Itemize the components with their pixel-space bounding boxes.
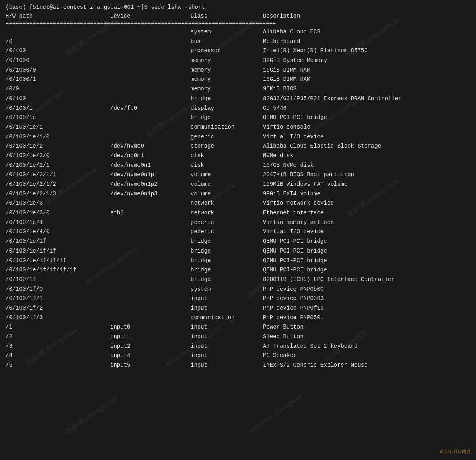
cell-path: /0/1000/1 xyxy=(6,75,110,84)
table-row: /0/100/1e/1f/1f/1f bridge QEMU PCI-PCI b… xyxy=(6,256,470,266)
table-row: system Alibaba Cloud ECS xyxy=(6,27,470,37)
prompt-line: (base) [51net@ai-contest-zhangsuai-001 ~… xyxy=(6,4,470,10)
cell-class: input xyxy=(191,361,263,370)
cell-desc: 82801IB (ICH9) LPC Interface Controller xyxy=(263,275,470,284)
cell-path: /0/100/1e/4 xyxy=(6,218,110,227)
table-row: /0 bus Motherboard xyxy=(6,37,470,47)
cell-desc: Sleep Button xyxy=(263,333,470,341)
csdn-label: @51CITO博客 xyxy=(440,448,471,455)
cell-path: /0/100/1e/1 xyxy=(6,123,110,132)
cell-device: /dev/nvme0n1 xyxy=(110,161,191,170)
cell-desc: QEMU PCI-PCI bridge xyxy=(263,113,470,122)
cell-path: /0/100/1e/1f/1f xyxy=(6,247,110,256)
cell-path: /0/100/1e/2/1/3 xyxy=(6,190,110,199)
cell-path: /0/100/1e/2/1 xyxy=(6,161,110,170)
cell-class: generic xyxy=(191,218,263,227)
table-row: /0/100/1f/3 communication PnP device PNP… xyxy=(6,313,470,323)
table-row: /0/100/1e/1f/1f/1f/1f bridge QEMU PCI-PC… xyxy=(6,265,470,275)
table-row: /0/100/1e/3/0 eth0 network Ethernet inte… xyxy=(6,208,470,218)
cell-device xyxy=(110,218,191,227)
cell-device: /dev/nvme0n1p1 xyxy=(110,170,191,179)
cell-device xyxy=(110,85,191,94)
table-row: /4 input4 input PC Speaker xyxy=(6,351,470,361)
cell-path: /0/100/1e/1f/1f/1f xyxy=(6,257,110,265)
cell-device: input0 xyxy=(110,323,191,332)
table-row: /5 input5 input ImExPS/2 Generic Explore… xyxy=(6,361,470,370)
cell-device: /dev/nvme0n1p3 xyxy=(110,190,191,199)
cell-class: disk xyxy=(191,152,263,160)
cell-device xyxy=(110,228,191,236)
cell-class: bridge xyxy=(191,94,263,103)
cell-path: /0/100/1f xyxy=(6,275,110,284)
cell-class: input xyxy=(191,294,263,303)
cell-device xyxy=(110,237,191,246)
table-row: /0/0 memory 96KiB BIOS xyxy=(6,84,470,94)
cell-desc: Virtio console xyxy=(263,123,470,132)
cell-desc: PC Speaker xyxy=(263,351,470,360)
table-row: /0/100/1e/3 network Virtio network devic… xyxy=(6,199,470,208)
cell-device: input2 xyxy=(110,342,191,351)
cell-desc: AT Translated Set 2 keyboard xyxy=(263,342,470,351)
cell-class: communication xyxy=(191,314,263,322)
cell-device: eth0 xyxy=(110,209,191,218)
cell-device: /dev/nvme0n1p2 xyxy=(110,180,191,189)
cell-class: bus xyxy=(191,37,263,46)
cell-class: system xyxy=(191,285,263,294)
cell-desc: 199MiB Windows FAT volume xyxy=(263,180,470,189)
cell-path: /0/100/1e/3 xyxy=(6,199,110,208)
cell-device: input1 xyxy=(110,333,191,341)
cell-desc: 16GiB DIMM RAM xyxy=(263,66,470,75)
cell-device xyxy=(110,275,191,284)
cell-class: volume xyxy=(191,170,263,179)
cell-path: /0 xyxy=(6,37,110,46)
table-row: /0/100/1e/2/1/3 /dev/nvme0n1p3 volume 99… xyxy=(6,189,470,199)
table-row: /0/100/1f/1 input PnP device PNP0303 xyxy=(6,294,470,304)
cell-device: /dev/ng0n1 xyxy=(110,152,191,160)
cell-device xyxy=(110,133,191,142)
cell-path: /0/1000/0 xyxy=(6,66,110,75)
watermark-16: i-contest-zhangsua xyxy=(245,392,304,437)
cell-device xyxy=(110,28,191,37)
cell-class: memory xyxy=(191,56,263,65)
cell-class: network xyxy=(191,199,263,208)
table-row: /0/100/1e/4 generic Virtio memory balloo… xyxy=(6,218,470,228)
table-row: /0/100/1e/1f bridge QEMU PCI-PCI bridge xyxy=(6,237,470,246)
cell-path: /0/100/1e xyxy=(6,113,110,122)
cell-class: input xyxy=(191,323,263,332)
terminal-output: (base) [51net@ai-contest-zhangsuai-001 ~… xyxy=(6,4,470,370)
cell-device: input5 xyxy=(110,361,191,370)
table-row: /0/100/1 /dev/fb0 display GD 5446 xyxy=(6,104,470,113)
cell-class: memory xyxy=(191,85,263,94)
cell-path: /0/100/1e/2/1/2 xyxy=(6,180,110,189)
cell-desc: 96KiB BIOS xyxy=(263,85,470,94)
cell-device xyxy=(110,56,191,65)
cell-path: /3 xyxy=(6,342,110,351)
cell-device xyxy=(110,257,191,265)
cell-desc: PnP device PNP0501 xyxy=(263,314,470,322)
cell-path: /0/100/1e/1f xyxy=(6,237,110,246)
cell-desc: 32GiB System Memory xyxy=(263,56,470,65)
table-row: /0/100 bridge 82G33/G31/P35/P31 Express … xyxy=(6,94,470,104)
cell-class: system xyxy=(191,28,263,37)
header-description: Description xyxy=(263,13,470,19)
cell-class: bridge xyxy=(191,266,263,275)
cell-desc: PnP device PNP0303 xyxy=(263,294,470,303)
cell-path: /0/100/1e/2/0 xyxy=(6,152,110,160)
cell-path: /0/100/1e/4/0 xyxy=(6,228,110,236)
cell-class: display xyxy=(191,104,263,113)
cell-path: /0/100/1f/1 xyxy=(6,294,110,303)
cell-class: input xyxy=(191,333,263,341)
cell-desc: QEMU PCI-PCI bridge xyxy=(263,237,470,246)
separator: ========================================… xyxy=(6,20,470,27)
cell-desc: Virtio network device xyxy=(263,199,470,208)
cell-path: /1 xyxy=(6,323,110,332)
cell-device xyxy=(110,314,191,322)
table-row: /0/100/1e/4/0 generic Virtual I/O device xyxy=(6,227,470,237)
cell-class: generic xyxy=(191,133,263,142)
cell-path: /0/0 xyxy=(6,85,110,94)
table-row: /3 input2 input AT Translated Set 2 keyb… xyxy=(6,342,470,351)
cell-device xyxy=(110,123,191,132)
cell-desc: 99GiB EXT4 volume xyxy=(263,190,470,199)
cell-desc: Ethernet interface xyxy=(263,209,470,218)
cell-path: /5 xyxy=(6,361,110,370)
